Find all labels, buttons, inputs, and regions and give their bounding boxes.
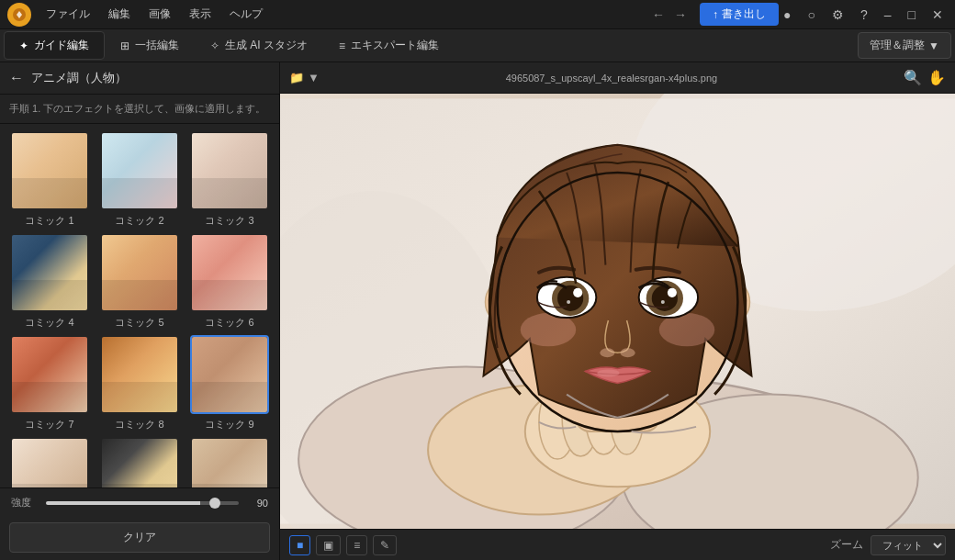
zoom-select[interactable]: フィット 25% 50% 100% 200% <box>871 535 946 555</box>
thumbnail-image-12 <box>190 437 269 487</box>
thumbnail-label-3: コミック 3 <box>205 214 253 228</box>
image-toolbar: 📁 ▼ 4965087_s_upscayl_4x_realesrgan-x4pl… <box>280 62 955 94</box>
menu-edit[interactable]: 編集 <box>101 3 138 26</box>
chevron-down-icon: ▼ <box>928 39 939 52</box>
layers-icon: ⊞ <box>120 39 129 52</box>
main-area: ← アニメ調（人物） 手順 1. 下のエフェクトを選択して、画像に適用します。 … <box>0 62 955 560</box>
folder-button[interactable]: 📁 ▼ <box>289 71 320 84</box>
manage-label: 管理＆調整 <box>870 38 925 53</box>
thumbnail-item-1[interactable]: コミック 1 <box>7 131 92 228</box>
tab-ai-studio[interactable]: ✧ 生成 AI スタジオ <box>195 31 323 60</box>
strength-value: 90 <box>246 498 268 509</box>
tab-expert[interactable]: ≡ エキスパート編集 <box>323 31 455 60</box>
face-portrait-3 <box>192 133 267 208</box>
wand-icon: ✦ <box>19 39 28 52</box>
thumbnail-image-11: ↓ <box>100 437 179 487</box>
thumbnail-image-6 <box>190 233 269 312</box>
pan-button[interactable]: ✋ <box>927 69 946 86</box>
zoom-label: ズーム <box>830 537 863 553</box>
settings-icon-button[interactable]: ⚙ <box>827 6 848 24</box>
tab-ai-studio-label: 生成 AI スタジオ <box>225 38 308 53</box>
tab-batch[interactable]: ⊞ 一括編集 <box>105 31 195 60</box>
thumbnail-label-5: コミック 5 <box>115 316 163 330</box>
panel-description: 手順 1. 下のエフェクトを選択して、画像に適用します。 <box>0 95 279 124</box>
thumbnail-item-12[interactable]: コミック 12 <box>187 437 272 487</box>
thumbnail-image-5 <box>100 233 179 312</box>
chevron-down-icon: ▼ <box>308 71 320 84</box>
thumbnail-item-2[interactable]: コミック 2 <box>97 131 182 228</box>
panel-title: アニメ調（人物） <box>31 70 127 86</box>
menu-bar: ファイル 編集 画像 表示 ヘルプ <box>39 3 639 26</box>
face-portrait-7 <box>12 337 87 412</box>
menu-image[interactable]: 画像 <box>141 3 178 26</box>
thumbnail-item-7[interactable]: コミック 7 <box>7 335 92 431</box>
face-portrait-5 <box>102 235 177 310</box>
face-portrait-2 <box>102 133 177 208</box>
thumbnail-label-2: コミック 2 <box>115 214 163 228</box>
tabbar: ✦ ガイド編集 ⊞ 一括編集 ✧ 生成 AI スタジオ ≡ エキスパート編集 管… <box>0 29 955 62</box>
clear-button[interactable]: クリア <box>9 522 270 553</box>
redo-button[interactable]: → <box>670 6 691 24</box>
bottom-bar: ■ ▣ ≡ ✎ ズーム フィット 25% 50% 100% 200% <box>280 529 955 560</box>
thumbnail-item-8[interactable]: コミック 8 <box>97 335 182 431</box>
thumbnail-image-7 <box>10 335 89 414</box>
back-button[interactable]: ← <box>9 70 24 86</box>
thumbnails-container: コミック 1コミック 2コミック 3コミック 4コミック 5コミック 6コミック… <box>0 124 279 487</box>
sliders-icon: ≡ <box>339 39 345 52</box>
thumbnail-label-1: コミック 1 <box>25 214 73 228</box>
compare-button[interactable]: ≡ <box>346 535 367 555</box>
strength-slider[interactable] <box>46 501 239 505</box>
thumbnail-image-9 <box>190 335 269 414</box>
single-view-button[interactable]: ■ <box>289 535 310 555</box>
close-button[interactable]: ✕ <box>927 6 948 24</box>
maximize-button[interactable]: □ <box>904 6 920 24</box>
canvas-area <box>280 94 955 529</box>
export-button[interactable]: ↑ 書き出し <box>700 3 779 26</box>
export-label: 書き出し <box>722 6 766 22</box>
thumbnail-item-3[interactable]: コミック 3 <box>187 131 272 228</box>
strength-row: 強度 90 <box>0 487 279 517</box>
help-icon-button[interactable]: ? <box>856 6 872 24</box>
illustration-svg <box>280 94 955 529</box>
thumbnail-image-1 <box>10 131 89 210</box>
search-zoom-button[interactable]: 🔍 <box>904 69 922 86</box>
thumbnail-item-9[interactable]: コミック 9 <box>187 335 272 431</box>
upload-icon: ↑ <box>713 8 718 21</box>
menu-help[interactable]: ヘルプ <box>222 3 270 26</box>
thumbnail-item-6[interactable]: コミック 6 <box>187 233 272 330</box>
thumbnail-image-4 <box>10 233 89 312</box>
panel-header: ← アニメ調（人物） <box>0 62 279 95</box>
svg-point-31 <box>597 369 619 376</box>
thumbnail-image-2 <box>100 131 179 210</box>
thumbnail-item-4[interactable]: コミック 4 <box>7 233 92 330</box>
thumbnail-label-7: コミック 7 <box>25 418 73 431</box>
bottom-right: ズーム フィット 25% 50% 100% 200% <box>830 535 946 555</box>
zoom-buttons: 🔍 ✋ <box>904 69 946 86</box>
svg-point-27 <box>668 288 677 297</box>
undo-button[interactable]: ← <box>648 6 668 24</box>
face-portrait-10 <box>12 439 87 487</box>
menu-view[interactable]: 表示 <box>182 3 219 26</box>
account2-icon-button[interactable]: ○ <box>803 6 819 24</box>
thumbnail-image-8 <box>100 335 179 414</box>
manage-button[interactable]: 管理＆調整 ▼ <box>858 32 951 59</box>
thumbnail-item-10[interactable]: ↓コミック 10 <box>7 437 92 487</box>
svg-point-30 <box>621 348 635 357</box>
face-portrait-12 <box>192 439 267 487</box>
thumbnail-item-5[interactable]: コミック 5 <box>97 233 182 330</box>
tab-guide[interactable]: ✦ ガイド編集 <box>4 31 105 60</box>
face-portrait-11 <box>102 439 177 487</box>
brush-button[interactable]: ✎ <box>373 535 397 555</box>
split-view-button[interactable]: ▣ <box>316 535 341 555</box>
thumbnails-grid: コミック 1コミック 2コミック 3コミック 4コミック 5コミック 6コミック… <box>7 131 272 487</box>
face-portrait-9 <box>192 337 267 412</box>
left-panel: ← アニメ調（人物） 手順 1. 下のエフェクトを選択して、画像に適用します。 … <box>0 62 280 560</box>
thumbnail-label-4: コミック 4 <box>25 316 73 330</box>
undo-redo-group: ← → <box>648 6 691 24</box>
thumbnail-item-11[interactable]: ↓コミック 11 <box>97 437 182 487</box>
svg-point-29 <box>600 348 614 357</box>
minimize-button[interactable]: – <box>880 6 896 24</box>
menu-file[interactable]: ファイル <box>39 3 97 26</box>
account-icon-button[interactable]: ● <box>779 6 795 24</box>
face-portrait-4 <box>12 235 87 310</box>
